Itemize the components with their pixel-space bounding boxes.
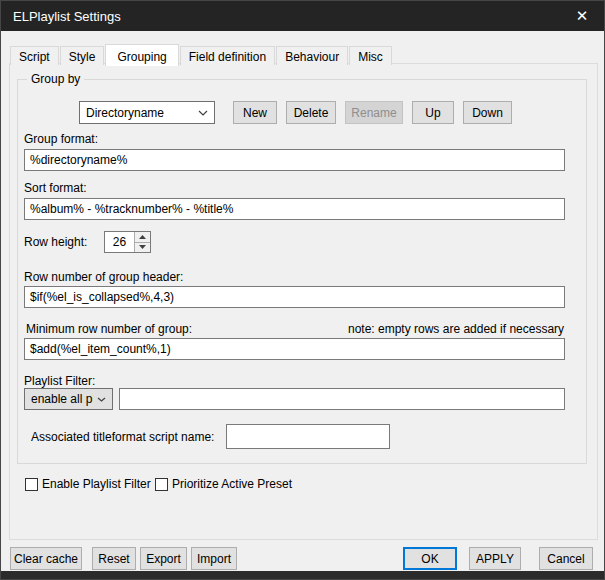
sort-format-label: Sort format: xyxy=(24,181,87,195)
tab-script[interactable]: Script xyxy=(10,46,59,65)
delete-button[interactable]: Delete xyxy=(286,101,336,124)
close-button[interactable]: ✕ xyxy=(560,1,604,31)
window-bottom-border xyxy=(1,571,604,579)
spin-down-button[interactable] xyxy=(135,243,150,253)
tab-grouping[interactable]: Grouping xyxy=(105,44,178,66)
enable-playlist-filter-checkbox[interactable]: Enable Playlist Filter xyxy=(25,477,151,491)
row-number-header-input[interactable] xyxy=(24,286,565,308)
prioritize-active-preset-label: Prioritize Active Preset xyxy=(172,477,292,491)
min-row-number-label: Minimum row number of group: xyxy=(26,322,192,336)
ok-button[interactable]: OK xyxy=(403,547,457,570)
prioritize-active-preset-checkbox[interactable]: Prioritize Active Preset xyxy=(155,477,292,491)
close-icon: ✕ xyxy=(576,7,589,25)
triangle-down-icon xyxy=(139,245,146,249)
tab-behaviour[interactable]: Behaviour xyxy=(276,46,348,65)
grouping-preset-value: Directoryname xyxy=(86,106,194,120)
rename-button: Rename xyxy=(345,101,403,124)
reset-button[interactable]: Reset xyxy=(92,547,136,570)
elplaylist-settings-dialog: ELPlaylist Settings ✕ Script Style Group… xyxy=(0,0,605,580)
playlist-filter-mode-select[interactable]: enable all playlist xyxy=(24,388,113,410)
tab-style[interactable]: Style xyxy=(60,46,105,65)
clear-cache-button[interactable]: Clear cache xyxy=(10,547,82,570)
import-button[interactable]: Import xyxy=(191,547,237,570)
min-row-number-note: note: empty rows are added if necessary xyxy=(348,322,564,336)
checkbox-icon xyxy=(25,478,38,491)
associated-script-label: Associated titleformat script name: xyxy=(31,430,214,444)
apply-button[interactable]: APPLY xyxy=(469,547,521,570)
tab-misc[interactable]: Misc xyxy=(349,46,392,65)
triangle-up-icon xyxy=(139,235,146,239)
row-height-stepper[interactable]: 26 xyxy=(104,231,151,253)
row-number-header-label: Row number of group header: xyxy=(24,270,183,284)
down-button[interactable]: Down xyxy=(463,101,512,124)
spin-up-button[interactable] xyxy=(135,232,150,243)
new-button[interactable]: New xyxy=(233,101,277,124)
tab-field-definition[interactable]: Field definition xyxy=(180,46,275,65)
row-height-value: 26 xyxy=(105,232,134,252)
cancel-button[interactable]: Cancel xyxy=(539,547,593,570)
group-by-legend: Group by xyxy=(27,72,84,86)
min-row-number-input[interactable] xyxy=(24,338,565,360)
chevron-down-icon xyxy=(198,110,208,116)
playlist-filter-mode-value: enable all playlist xyxy=(31,392,93,406)
window-title: ELPlaylist Settings xyxy=(13,9,121,24)
export-button[interactable]: Export xyxy=(140,547,187,570)
group-format-input[interactable] xyxy=(24,149,565,171)
row-height-label: Row height: xyxy=(24,235,87,249)
group-format-label: Group format: xyxy=(24,132,98,146)
grouping-preset-select[interactable]: Directoryname xyxy=(79,101,215,124)
titlebar: ELPlaylist Settings ✕ xyxy=(1,1,604,31)
up-button[interactable]: Up xyxy=(412,101,454,124)
playlist-filter-input[interactable] xyxy=(119,388,565,410)
sort-format-input[interactable] xyxy=(24,198,565,220)
tab-strip: Script Style Grouping Field definition B… xyxy=(10,44,393,65)
group-by-groupbox: Group by Directoryname New Delete Rename… xyxy=(17,79,587,464)
chevron-down-icon xyxy=(97,397,106,402)
associated-script-input[interactable] xyxy=(226,424,390,449)
enable-playlist-filter-label: Enable Playlist Filter xyxy=(42,477,151,491)
checkbox-icon xyxy=(155,478,168,491)
playlist-filter-label: Playlist Filter: xyxy=(24,374,95,388)
grouping-tab-panel: Group by Directoryname New Delete Rename… xyxy=(9,63,598,540)
preset-button-row: New Delete Rename Up Down xyxy=(233,101,512,124)
